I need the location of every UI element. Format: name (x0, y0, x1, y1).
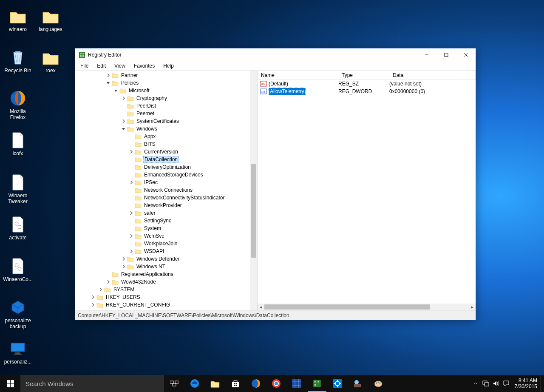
tree-node-safer[interactable]: safer (75, 209, 250, 217)
tree-node-networkconnectivitystatusindicator[interactable]: NetworkConnectivityStatusIndicator (75, 194, 250, 202)
tree-node-appx[interactable]: Appx (75, 133, 250, 140)
tree-node-wcmsvc[interactable]: WcmSvc (75, 232, 250, 240)
col-name[interactable]: Name (258, 71, 338, 80)
expand-arrow-icon[interactable] (129, 187, 134, 193)
menu-favorites[interactable]: Favorites (130, 62, 159, 70)
tree-node-workplacejoin[interactable]: WorkplaceJoin (75, 240, 250, 247)
desktop-icon-personalize-backup[interactable]: personalize backup (2, 299, 34, 330)
desktop-icon-icofx[interactable]: icofx (2, 132, 34, 156)
desktop-icon-recycle-bin[interactable]: Recycle Bin (2, 49, 34, 74)
search-box[interactable]: Search Windows (20, 375, 164, 392)
task-view-button[interactable] (164, 375, 184, 392)
tree-node-peernet[interactable]: Peernet (75, 110, 250, 117)
tb-chrome[interactable] (266, 375, 286, 392)
tray-volume-icon[interactable] (491, 375, 501, 392)
desktop-icon-personaliz-[interactable]: personaliz... (2, 340, 34, 365)
minimize-button[interactable] (417, 48, 436, 61)
tree-node-windows-defender[interactable]: Windows Defender (75, 255, 250, 263)
col-data[interactable]: Data (389, 71, 476, 80)
action-center-icon[interactable] (501, 375, 511, 392)
expand-arrow-icon[interactable] (106, 279, 111, 284)
tree-node-partner[interactable]: Partner (75, 71, 250, 79)
tree-node-registeredapplications[interactable]: RegisteredApplications (75, 270, 250, 278)
expand-arrow-icon[interactable] (129, 203, 134, 208)
tree-node-windows[interactable]: Windows (75, 125, 250, 133)
tree-node-system[interactable]: System (75, 224, 250, 232)
expand-arrow-icon[interactable] (129, 233, 134, 239)
tree-node-policies[interactable]: Policies (75, 79, 250, 87)
tb-regedit[interactable] (307, 375, 327, 392)
tb-grid-app[interactable] (286, 375, 307, 392)
expand-arrow-icon[interactable] (91, 302, 96, 307)
menu-file[interactable]: File (76, 62, 93, 70)
expand-arrow-icon[interactable] (129, 249, 134, 254)
expand-arrow-icon[interactable] (129, 241, 134, 246)
expand-arrow-icon[interactable] (106, 80, 111, 85)
tb-firefox[interactable] (246, 375, 266, 392)
tb-edge[interactable] (184, 375, 205, 392)
desktop-icon-roex[interactable]: roex (34, 49, 67, 74)
expand-arrow-icon[interactable] (121, 264, 126, 269)
tb-settings[interactable] (327, 375, 348, 392)
desktop-icon-winaero-tweaker[interactable]: Winaero Tweaker (2, 174, 34, 205)
expand-arrow-icon[interactable] (121, 126, 126, 131)
expand-arrow-icon[interactable] (129, 218, 134, 223)
tree-node-network-connections[interactable]: Network Connections (75, 186, 250, 194)
taskbar-clock[interactable]: 8:41 AM 7/30/2015 (511, 378, 541, 389)
expand-arrow-icon[interactable] (129, 210, 134, 216)
tree-node-deliveryoptimization[interactable]: DeliveryOptimization (75, 163, 250, 171)
menu-edit[interactable]: Edit (93, 62, 110, 70)
desktop-icon-activate[interactable]: activate (2, 216, 34, 241)
desktop-icon-winaeroco-[interactable]: WinaeroCo... (2, 258, 34, 282)
tree-node-networkprovider[interactable]: NetworkProvider (75, 202, 250, 209)
desktop-icon-winaero[interactable]: winaero (2, 8, 34, 32)
expand-arrow-icon[interactable] (121, 111, 126, 116)
expand-arrow-icon[interactable] (113, 88, 119, 93)
expand-arrow-icon[interactable] (106, 272, 111, 277)
expand-arrow-icon[interactable] (129, 172, 134, 177)
tree-node-ipsec[interactable]: IPSec (75, 179, 250, 186)
expand-arrow-icon[interactable] (129, 142, 134, 147)
expand-arrow-icon[interactable] (98, 287, 103, 292)
expand-arrow-icon[interactable] (129, 157, 134, 162)
show-desktop-button[interactable] (541, 375, 543, 392)
tree-node-wow6432node[interactable]: Wow6432Node (75, 278, 250, 286)
desktop-icon-mozilla-firefox[interactable]: Mozilla Firefox (2, 90, 34, 120)
expand-arrow-icon[interactable] (121, 119, 126, 124)
expand-arrow-icon[interactable] (129, 195, 134, 200)
tb-paint[interactable] (368, 375, 388, 392)
desktop-icon-languages[interactable]: languages (34, 8, 67, 32)
value-row[interactable]: 011AllowTelemetryREG_DWORD0x00000000 (0) (258, 88, 476, 95)
menu-help[interactable]: Help (159, 62, 178, 70)
close-button[interactable] (456, 48, 476, 61)
tree-node-bits[interactable]: BITS (75, 140, 250, 148)
tray-chevron-icon[interactable] (470, 375, 481, 392)
expand-arrow-icon[interactable] (129, 226, 134, 231)
tree-node-peerdist[interactable]: PeerDist (75, 102, 250, 110)
expand-arrow-icon[interactable] (91, 295, 96, 300)
tb-store[interactable] (225, 375, 246, 392)
expand-arrow-icon[interactable] (129, 180, 134, 185)
expand-arrow-icon[interactable] (121, 256, 126, 261)
tree-node-cryptography[interactable]: Cryptography (75, 94, 250, 102)
tree-node-enhancedstoragedevices[interactable]: EnhancedStorageDevices (75, 171, 250, 179)
tb-file-explorer[interactable] (205, 375, 225, 392)
expand-arrow-icon[interactable] (129, 149, 134, 154)
expand-arrow-icon[interactable] (121, 103, 126, 108)
expand-arrow-icon[interactable] (129, 165, 134, 170)
registry-tree[interactable]: PartnerPoliciesMicrosoftCryptographyPeer… (75, 71, 250, 310)
tray-network-icon[interactable] (481, 375, 491, 392)
menu-view[interactable]: View (110, 62, 130, 70)
tree-node-hkey-users[interactable]: HKEY_USERS (75, 293, 250, 301)
expand-arrow-icon[interactable] (121, 96, 126, 101)
list-hscroll[interactable]: ◂ ▸ (258, 304, 476, 310)
expand-arrow-icon[interactable] (106, 73, 111, 78)
expand-arrow-icon[interactable] (129, 134, 134, 139)
tree-node-datacollection[interactable]: DataCollection (75, 156, 250, 163)
tree-node-settingsync[interactable]: SettingSync (75, 217, 250, 224)
tree-scrollbar[interactable] (250, 71, 257, 310)
col-type[interactable]: Type (338, 71, 389, 80)
tree-node-wsdapi[interactable]: WSDAPI (75, 247, 250, 255)
maximize-button[interactable] (436, 48, 456, 61)
tree-node-currentversion[interactable]: CurrentVersion (75, 148, 250, 156)
